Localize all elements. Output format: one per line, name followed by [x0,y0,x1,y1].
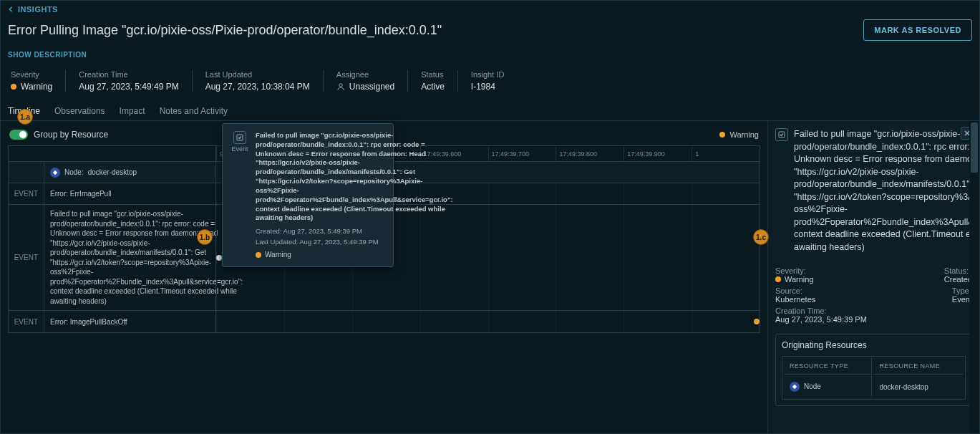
event-row-label[interactable]: Error: ImagePullBackOff [44,311,216,332]
mark-resolved-button[interactable]: MARK AS RESOLVED [863,19,972,41]
detail-type-label: Type: [952,286,971,295]
time-tick: 1 [692,146,760,161]
orig-rtype: Node [804,382,821,390]
tab-observations[interactable]: Observations [54,102,105,120]
assignee-value: Unassigned [349,82,394,92]
warning-dot-icon [11,84,16,90]
orig-rname: docker-desktop [873,376,964,397]
time-tick: 17:49:39.700 [488,146,556,161]
group-by-resource-label: Group by Resource [34,130,108,140]
event-marker[interactable] [754,319,760,324]
detail-source-label: Source: [775,286,802,295]
last-updated-value: Aug 27, 2023, 10:38:04 PM [205,82,310,92]
tab-notes[interactable]: Notes and Activity [160,102,228,120]
breadcrumb-label: INSIGHTS [18,5,58,14]
detail-source-value: Kubernetes [775,295,815,304]
orig-title: Originating Resources [782,340,966,350]
warning-dot-icon [256,252,261,258]
table-row[interactable]: Node docker-desktop [784,376,964,397]
warning-dot-icon [775,276,781,282]
severity-label: Severity [11,70,52,79]
tooltip-updated: Last Updated: Aug 27, 2023, 5:49:39 PM [256,238,453,247]
detail-severity-value: Warning [785,275,814,284]
row-type-label: EVENT [9,311,44,332]
insight-metadata: Severity Warning Creation Time Aug 27, 2… [1,66,979,99]
event-icon [233,131,246,144]
event-tooltip: Event Failed to pull image "gcr.io/pixie… [222,123,394,267]
warning-dot-icon [719,132,725,138]
severity-value: Warning [21,82,52,92]
row-type-label: EVENT [9,205,44,310]
originating-resources: Originating Resources Resource Type Reso… [775,334,972,406]
event-icon [775,128,788,141]
tooltip-type-label: Event [231,145,248,153]
legend-warning: Warning [719,130,759,139]
last-updated-label: Last Updated [205,70,310,79]
event-marker[interactable] [216,255,222,261]
callout-1a: 1.a [17,109,33,125]
tooltip-severity: Warning [265,250,291,260]
timeline-track[interactable] [216,311,760,332]
svg-marker-1 [53,170,57,174]
tab-impact[interactable]: Impact [120,102,145,120]
insight-id-value: I-1984 [471,82,504,92]
detail-status-label: Status: [944,266,969,275]
status-label: Status [421,70,445,79]
node-icon [50,168,60,178]
orig-col-type: Resource Type [784,358,872,375]
breadcrumb[interactable]: INSIGHTS [1,1,979,18]
time-tick: 17:49:39.900 [624,146,692,161]
status-value: Active [421,82,445,92]
detail-severity-label: Severity: [775,266,806,275]
callout-1c: 1.c [753,229,769,245]
orig-col-name: Resource Name [873,358,964,375]
node-row-name: docker-desktop [88,168,137,176]
assignee-label: Assignee [336,70,394,79]
detail-title: Failed to pull image "gcr.io/pixie-oss/p… [794,128,979,254]
tooltip-body: Failed to pull image "gcr.io/pixie-oss/p… [256,131,453,223]
group-by-resource-toggle[interactable] [9,130,28,140]
svg-point-0 [339,84,342,87]
detail-panel: Failed to pull image "gcr.io/pixie-oss/p… [767,121,979,433]
insight-id-label: Insight ID [471,70,504,79]
creation-time-label: Creation Time [79,70,178,79]
svg-marker-3 [792,385,797,389]
callout-1b: 1.b [197,229,213,245]
scrollbar[interactable] [969,121,979,433]
show-description-toggle[interactable]: SHOW DESCRIPTION [1,48,979,66]
user-icon [336,82,345,91]
detail-status-value: Created [944,275,972,284]
time-tick: 17:49:39.800 [556,146,624,161]
tooltip-created: Created: Aug 27, 2023, 5:49:39 PM [256,227,453,236]
node-row-prefix: Node: [64,168,84,176]
event-row-label[interactable]: Failed to pull image "gcr.io/pixie-oss/p… [44,205,216,310]
tabs: Timeline Observations Impact Notes and A… [1,99,979,121]
chevron-left-icon [8,6,14,12]
row-type-label: EVENT [9,183,44,204]
event-row-label[interactable]: Error: ErrImagePull [44,183,216,204]
detail-ctime-label: Creation Time: [775,307,827,315]
detail-ctime-value: Aug 27, 2023, 5:49:39 PM [775,315,867,324]
creation-time-value: Aug 27, 2023, 5:49:49 PM [79,82,178,92]
page-title: Error Pulling Image "gcr.io/pixie-oss/Pi… [8,23,442,38]
node-icon [790,382,800,392]
